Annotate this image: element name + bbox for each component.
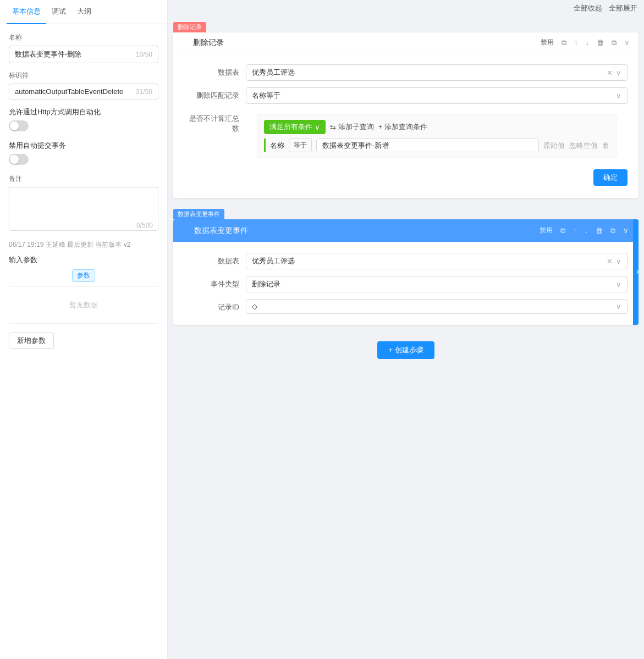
delete-up-btn[interactable]: ↑: [572, 37, 580, 48]
expand-all-btn[interactable]: 全部展开: [609, 3, 637, 13]
create-step-button[interactable]: + 创建步骤: [377, 341, 434, 359]
notes-label: 备注: [9, 174, 158, 184]
event-table-label: 数据表: [184, 253, 239, 266]
event-chevron-btn[interactable]: ∨: [621, 225, 631, 236]
collapse-all-btn[interactable]: 全部收起: [574, 3, 602, 13]
event-type-select[interactable]: 删除记录 ∨: [246, 276, 628, 292]
filter-value-input[interactable]: [316, 139, 539, 152]
event-record-id-label: 记录ID: [184, 299, 239, 312]
input-params-section: 输入参数 参数 暂无数据 新增参数: [9, 255, 158, 349]
delete-table-chevron-icon[interactable]: ∨: [616, 69, 621, 77]
event-record-id-row: 记录ID ◇ ∨: [173, 296, 639, 317]
http-toggle[interactable]: [9, 120, 29, 131]
event-table-chevron-icon[interactable]: ∨: [616, 257, 621, 265]
name-value: 数据表变更事件-删除: [15, 49, 81, 59]
confirm-row: 确定: [173, 165, 639, 190]
event-header-title: 数据表变更事件: [194, 226, 537, 236]
divider: [9, 286, 158, 287]
event-record-id-select[interactable]: ◇ ∨: [246, 299, 628, 314]
delete-down-btn[interactable]: ↓: [584, 37, 592, 48]
satisfy-btn[interactable]: 满足所有条件 ∨: [264, 120, 326, 134]
filter-original-btn[interactable]: 原始值: [543, 141, 565, 151]
event-up-btn[interactable]: ↑: [571, 225, 579, 236]
add-query-label: + 添加查询条件: [378, 122, 427, 132]
delete-table-select[interactable]: 优秀员工评选 ✕ ∨: [246, 64, 628, 81]
delete-node-body: 数据表 优秀员工评选 ✕ ∨ 删除匹配记录: [173, 53, 639, 198]
name-count: 10/50: [136, 51, 152, 58]
delete-node-actions: 禁用 ⧉ ↑ ↓ 🗑 ⧉ ∨: [538, 37, 632, 48]
event-type-value: 删除记录 ∨: [246, 276, 628, 292]
event-x-close-btn[interactable]: ✕: [633, 219, 639, 325]
left-panel: 基本信息 调试 大纲 名称 数据表变更事件-删除 10/50 标识符 autom…: [0, 0, 168, 659]
disable-toggle[interactable]: [9, 154, 29, 165]
add-sub-label: 添加子查询: [338, 122, 374, 132]
event-table-icons: ✕ ∨: [607, 257, 621, 265]
delete-table-clear-icon[interactable]: ✕: [607, 69, 613, 77]
event-type-label: 事件类型: [184, 276, 239, 289]
delete-table-icons: ✕ ∨: [607, 69, 621, 77]
delete-clone-btn[interactable]: ⧉: [609, 37, 619, 48]
filter-field-name: 名称: [270, 141, 284, 151]
delete-header-title: 删除记录: [193, 38, 538, 48]
delete-match-select[interactable]: 名称等于 ∨: [246, 87, 628, 104]
delete-table-select-text: 优秀员工评选: [252, 68, 607, 77]
event-record-id-icons: ∨: [616, 302, 621, 311]
event-body: 数据表 优秀员工评选 ✕ ∨ 事件类型: [173, 242, 639, 325]
id-input[interactable]: automaticOutputTableEventDelete 31/50: [9, 84, 158, 99]
tab-basic-info[interactable]: 基本信息: [7, 0, 46, 24]
delete-match-icons: ∨: [616, 92, 621, 100]
delete-block-tag: 删除记录: [173, 22, 206, 32]
name-label: 名称: [9, 33, 158, 42]
event-block: 数据表变更事件 禁用 ⧉ ↑ ↓ 🗑 ⧉ ∨ ✕ 数据表: [173, 219, 639, 325]
delete-match-label: 删除匹配记录: [184, 87, 239, 101]
event-record-id-value: ◇ ∨: [246, 299, 628, 314]
event-header: 数据表变更事件 禁用 ⧉ ↑ ↓ 🗑 ⧉ ∨ ✕: [173, 219, 639, 242]
event-type-row: 事件类型 删除记录 ∨: [173, 273, 639, 296]
filter-ignore-empty-btn[interactable]: 忽略空值: [569, 141, 598, 151]
event-block-tag: 数据表变更事件: [173, 209, 224, 219]
empty-data: 暂无数据: [9, 291, 158, 319]
event-disable-btn[interactable]: 禁用: [537, 225, 555, 236]
notes-wrap: 0/500: [9, 187, 158, 232]
delete-disable-btn[interactable]: 禁用: [538, 37, 556, 48]
add-query-btn[interactable]: + 添加查询条件: [378, 122, 427, 132]
add-param-button[interactable]: 新增参数: [9, 333, 54, 349]
event-record-id-select-text: ◇: [252, 302, 616, 311]
satisfy-label: 满足所有条件: [269, 122, 312, 132]
event-copy-btn[interactable]: ⧉: [558, 225, 568, 236]
filter-op-tag[interactable]: 等于: [289, 139, 312, 152]
delete-copy-btn[interactable]: ⧉: [559, 37, 569, 48]
params-tag[interactable]: 参数: [72, 269, 95, 282]
http-section: 允许通过Http方式调用自动化: [9, 107, 158, 133]
filter-delete-row-btn[interactable]: 🗑: [602, 141, 609, 149]
disable-section: 禁用自动提交事务: [9, 141, 158, 167]
right-panel: 全部收起 全部展开 删除记录 删除记录 禁用 ⧉ ↑ ↓ 🗑 ⧉ ∨: [168, 0, 644, 659]
event-clone-btn[interactable]: ⧉: [608, 225, 618, 236]
right-top-bar: 全部收起 全部展开: [168, 0, 644, 16]
http-label: 允许通过Http方式调用自动化: [9, 107, 158, 117]
meta-info: 06/17 19:19 王延峰 最后更新 当前版本 v2: [9, 240, 158, 250]
delete-match-chevron-icon[interactable]: ∨: [616, 92, 621, 100]
confirm-button[interactable]: 确定: [593, 169, 628, 186]
delete-delete-btn[interactable]: 🗑: [595, 37, 606, 48]
notes-section: 备注 0/500: [9, 174, 158, 232]
delete-chevron-btn[interactable]: ∨: [622, 37, 632, 48]
event-type-chevron-icon[interactable]: ∨: [616, 280, 621, 289]
tab-debug[interactable]: 调试: [46, 0, 71, 24]
params-header: 参数: [9, 269, 158, 282]
event-record-id-chevron-icon[interactable]: ∨: [616, 302, 621, 311]
filter-condition-row: 名称 等于 原始值 忽略空值 🗑: [264, 139, 609, 152]
event-table-clear-icon[interactable]: ✕: [607, 257, 613, 265]
event-delete-btn[interactable]: 🗑: [593, 225, 605, 236]
satisfy-chevron-icon: ∨: [315, 123, 320, 131]
event-table-row: 数据表 优秀员工评选 ✕ ∨: [173, 250, 639, 273]
id-count: 31/50: [136, 88, 152, 96]
tabs-bar: 基本信息 调试 大纲: [0, 0, 167, 24]
tab-outline[interactable]: 大纲: [71, 0, 97, 24]
name-input[interactable]: 数据表变更事件-删除 10/50: [9, 46, 158, 63]
id-section: 标识符 automaticOutputTableEventDelete 31/5…: [9, 71, 158, 99]
event-down-btn[interactable]: ↓: [582, 225, 591, 236]
event-table-select[interactable]: 优秀员工评选 ✕ ∨: [246, 253, 628, 269]
add-sub-query-btn[interactable]: ⇆ 添加子查询: [330, 122, 374, 132]
input-params-label: 输入参数: [9, 255, 158, 265]
